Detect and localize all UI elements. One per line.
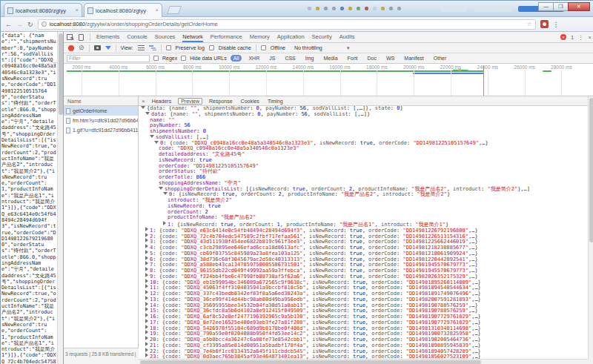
new-tab-button[interactable] <box>167 6 182 14</box>
forward-icon[interactable]: → <box>16 21 23 28</box>
preserve-log-checkbox[interactable] <box>166 45 171 50</box>
json-tree-line[interactable]: 21: {code: "DDXQ_cf3395a85e814d08951a5ba… <box>139 342 588 348</box>
maximize-button[interactable]: ❐ <box>553 2 569 11</box>
screenshot-icon[interactable] <box>94 45 101 50</box>
triangle-expanded-icon[interactable] <box>150 135 154 138</box>
triangle-collapsed-icon[interactable] <box>145 313 148 317</box>
triangle-collapsed-icon[interactable] <box>145 244 148 248</box>
clear-icon[interactable]: ⊘ <box>79 44 85 51</box>
type-filter-font[interactable]: Font <box>345 55 361 62</box>
triangle-collapsed-icon[interactable] <box>145 296 148 300</box>
minimize-button[interactable]: — <box>538 2 554 11</box>
detail-vertical-scrollbar[interactable] <box>588 96 593 359</box>
detail-tab-preview[interactable]: Preview <box>178 98 202 105</box>
devtools-tab-performance[interactable]: Performance <box>211 32 242 42</box>
regex-checkbox[interactable] <box>153 56 159 61</box>
json-tree-line[interactable]: 6: {code: "DDXQ_38d736c68f3045679ac2d58c… <box>139 256 588 262</box>
devtools-tab-memory[interactable]: Memory <box>250 32 270 42</box>
type-filter-media[interactable]: Media <box>320 55 340 62</box>
view-waterfall-icon[interactable] <box>149 45 156 50</box>
triangle-expanded-icon[interactable] <box>141 106 145 109</box>
triangle-collapsed-icon[interactable] <box>145 256 148 260</box>
json-tree-line[interactable]: 3: {code: "DDXQ_43d111930f454ee6822b819c… <box>139 238 588 244</box>
browser-tab-1[interactable]: localhost:8080/zgtyy × <box>4 3 82 17</box>
devtools-menu-icon[interactable]: ⋮ <box>578 34 584 41</box>
type-filter-css[interactable]: CSS <box>282 55 298 62</box>
reload-icon[interactable]: ↻ <box>27 21 33 28</box>
triangle-collapsed-icon[interactable] <box>145 302 148 306</box>
triangle-collapsed-icon[interactable] <box>145 261 148 265</box>
triangle-collapsed-icon[interactable] <box>145 307 148 311</box>
triangle-collapsed-icon[interactable] <box>145 273 148 277</box>
detail-horizontal-scrollbar[interactable] <box>139 359 588 364</box>
type-filter-xhr[interactable]: XHR <box>245 55 262 62</box>
hscroll-thumb[interactable] <box>140 360 481 364</box>
triangle-collapsed-icon[interactable] <box>145 267 148 271</box>
triangle-collapsed-icon[interactable] <box>145 279 148 283</box>
devtools-tab-audits[interactable]: Audits <box>339 32 355 42</box>
page-scrollbar[interactable] <box>57 32 63 364</box>
triangle-expanded-icon[interactable] <box>145 112 150 115</box>
triangle-collapsed-icon[interactable] <box>145 227 148 231</box>
triangle-collapsed-icon[interactable] <box>145 330 148 334</box>
disable-cache-checkbox[interactable] <box>209 45 214 50</box>
request-row-fm.htm[interactable]: fm.htm?u=dfc91dd27d96b641... <box>64 116 138 125</box>
json-tree-line[interactable]: 13: {code: "DDXQ_36ce99f414d44bc98ab80d4… <box>139 296 588 302</box>
json-tree-line[interactable]: 8: {code: "DDXQ_96155db22cd049f49992aa59… <box>139 267 588 273</box>
triangle-collapsed-icon[interactable] <box>145 284 148 288</box>
type-filter-manifest[interactable]: Manifest <box>401 55 426 62</box>
browser-menu-icon[interactable]: ⋮ <box>553 21 560 28</box>
hide-data-urls-checkbox[interactable] <box>181 56 186 61</box>
json-tree-line[interactable]: 5: {code: "DDXQ_cb69f03755c845989a23a8fe… <box>139 250 588 256</box>
devtools-tab-console[interactable]: Console <box>127 32 148 42</box>
type-filter-ws[interactable]: WS <box>383 55 397 62</box>
json-tree-line[interactable]: 15: {code: "DDXQ_36cfdc8a5b6d4102a8e9124… <box>139 307 588 313</box>
json-tree-line[interactable]: 9: {code: "DDXQ_f224bb4fbe6c47998fb88738… <box>139 273 588 279</box>
triangle-collapsed-icon[interactable] <box>145 325 148 329</box>
json-tree-line[interactable]: 1: {isNewRecord: true, orderCount: 1, pr… <box>139 221 588 227</box>
triangle-expanded-icon[interactable] <box>154 141 159 144</box>
filter-input[interactable] <box>67 55 150 62</box>
json-tree-line[interactable]: 17: {code: "DDXQ_8e72ee16525e400e93eb3fe… <box>139 319 588 325</box>
json-tree-line[interactable]: data: {name: "", shipmentsNumber: 0, pay… <box>139 112 588 118</box>
devtools-tab-network[interactable]: Network <box>182 32 203 42</box>
triangle-collapsed-icon[interactable] <box>145 233 148 237</box>
json-tree-line[interactable]: 1: {code: "DDXQ_e63c6414e0c54fb48494c284… <box>139 227 588 233</box>
json-tree-line[interactable]: 4: {code: "DDXQ_c3cb29895ee646efad6cca18… <box>139 244 588 250</box>
json-tree-line[interactable]: 20: {code: "DDXQ_a5b8bcc4a36247c6a88fe73… <box>139 336 588 342</box>
error-badge-icon[interactable]: × <box>560 34 566 40</box>
json-tree-line[interactable]: 12: {code: "DDXQ_337c43bedb8342ef83f8a5a… <box>139 290 588 296</box>
triangle-collapsed-icon[interactable] <box>145 342 148 346</box>
devtools-tab-elements[interactable]: Elements <box>96 32 119 42</box>
devtools-tab-application[interactable]: Application <box>277 32 305 42</box>
triangle-collapsed-icon[interactable] <box>163 221 166 225</box>
browser-tab-2-active[interactable]: localhost:8080/zgtyy × <box>84 3 162 17</box>
triangle-expanded-icon[interactable] <box>159 187 163 190</box>
tab-close-icon[interactable]: × <box>75 7 79 13</box>
detail-tab-timing[interactable]: Timing <box>266 99 285 104</box>
request-row-1.gif[interactable]: 1.gif?u=dfc91dd27d96b6411b7... <box>64 125 138 135</box>
record-icon[interactable] <box>68 45 74 51</box>
devtools-tab-security[interactable]: Security <box>312 32 332 42</box>
json-tree-line[interactable]: 14: {code: "DDXQ_35695955bee34532b04fa38… <box>139 302 588 308</box>
network-overview-timeline[interactable]: 2000 ms4000 ms6000 ms8000 ms10000 ms1200… <box>64 64 593 96</box>
triangle-collapsed-icon[interactable] <box>145 348 148 352</box>
name-column-header[interactable]: Name <box>64 96 138 106</box>
request-row-getOrderHome[interactable]: getOrderHome <box>64 106 138 116</box>
json-tree-line[interactable]: 2: {code: "DDXQ_72c4b704edc547589c2fbf71… <box>139 233 588 239</box>
view-list-icon[interactable] <box>138 45 145 50</box>
detail-tab-response[interactable]: Response <box>208 99 234 104</box>
triangle-expanded-icon[interactable] <box>163 192 168 195</box>
json-tree-line[interactable]: 19: {code: "DDXQ_790a59e0f0204088b950f4f… <box>139 330 588 336</box>
detail-close-icon[interactable]: × <box>142 98 145 105</box>
devtools-tab-sources[interactable]: Sources <box>155 32 176 42</box>
throttling-dropdown[interactable]: No throttling <box>294 45 322 50</box>
type-filter-all[interactable]: All <box>231 55 242 62</box>
url-field[interactable]: i localhost:8080/zgtyylw/a/order/shoppin… <box>38 19 536 30</box>
close-button[interactable]: ✕ <box>568 2 590 11</box>
tab-close-icon[interactable]: × <box>155 7 159 13</box>
type-filter-other[interactable]: Other <box>431 55 450 62</box>
triangle-collapsed-icon[interactable] <box>145 290 148 294</box>
device-toolbar-icon[interactable] <box>79 34 84 41</box>
offline-checkbox[interactable] <box>261 45 266 50</box>
